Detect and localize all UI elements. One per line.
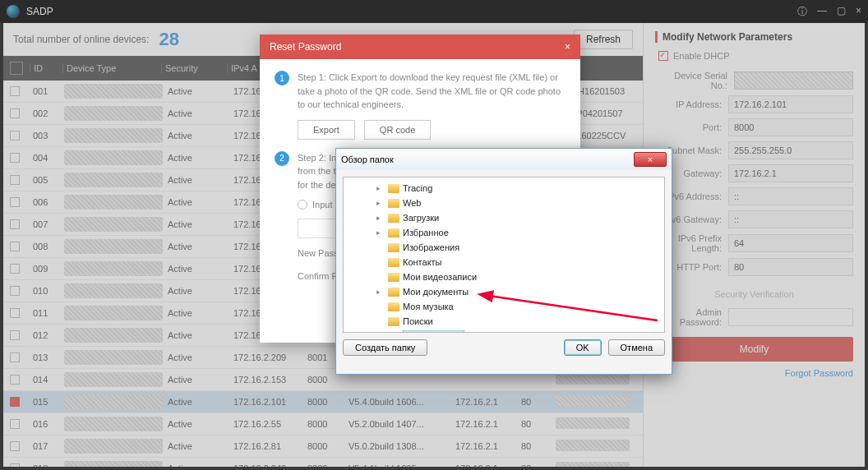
folder-tree-item[interactable]: ▸Загрузки	[344, 210, 664, 225]
row-checkbox[interactable]	[10, 264, 20, 274]
row-checkbox[interactable]	[10, 197, 20, 207]
modify-button[interactable]: Modify	[655, 337, 853, 362]
folder-icon	[388, 288, 399, 297]
side-panel: Modify Network Parameters Enable DHCP De…	[643, 23, 865, 467]
app-logo	[7, 5, 20, 18]
step2-badge: 2	[275, 151, 289, 166]
device-count-label: Total number of online devices:	[13, 34, 149, 45]
port-input[interactable]	[728, 118, 853, 136]
folder-icon	[388, 317, 399, 326]
step1-text: Step 1: Click Export to download the key…	[298, 71, 566, 112]
close-button[interactable]: ×	[856, 5, 861, 19]
row-checkbox[interactable]	[10, 352, 20, 362]
select-all-checkbox[interactable]	[10, 62, 23, 75]
folder-tree-item[interactable]: ▾Рабочий стол	[344, 329, 664, 333]
admin-password-input[interactable]	[728, 308, 853, 326]
gateway-input[interactable]	[728, 164, 853, 182]
app-title: SADP	[26, 6, 797, 17]
folder-tree-item[interactable]: Контакты	[344, 255, 664, 270]
maximize-button[interactable]: ▢	[837, 5, 846, 19]
row-checkbox[interactable]	[10, 108, 20, 118]
ipv6-addr-input[interactable]	[728, 187, 853, 205]
folder-tree[interactable]: ▸Tracing▸Web▸Загрузки▸ИзбранноеИзображен…	[343, 177, 665, 333]
row-checkbox[interactable]	[10, 219, 20, 229]
ipv6-prefix-input[interactable]	[728, 234, 853, 252]
checkbox-icon	[658, 51, 668, 61]
browse-close-button[interactable]: ×	[634, 152, 667, 167]
export-button[interactable]: Export	[298, 120, 355, 140]
folder-icon	[388, 332, 399, 334]
forgot-password-link[interactable]: Forgot Password	[655, 368, 853, 378]
folder-tree-item[interactable]: ▸Избранное	[344, 225, 664, 240]
reset-close-icon[interactable]: ×	[565, 41, 570, 53]
browse-cancel-button[interactable]: Отмена	[608, 339, 665, 356]
browse-title: Обзор папок	[341, 154, 394, 164]
folder-tree-item[interactable]: ▸Web	[344, 196, 664, 210]
col-security[interactable]: Security	[161, 63, 227, 73]
reset-dialog-title: Reset Password	[270, 41, 341, 53]
row-checkbox[interactable]	[10, 86, 20, 96]
folder-tree-item[interactable]: Изображения	[344, 240, 664, 255]
step1-badge: 1	[275, 71, 289, 85]
row-checkbox[interactable]	[10, 308, 20, 318]
side-title: Modify Network Parameters	[655, 31, 853, 43]
row-checkbox[interactable]	[10, 375, 20, 385]
table-row[interactable]: 017Active172.16.2.818000V5.0.2build 1308…	[3, 435, 643, 458]
folder-icon	[388, 228, 399, 237]
serial-display	[734, 71, 853, 90]
titlebar: SADP ⓘ — ▢ ×	[0, 0, 868, 23]
folder-icon	[388, 243, 399, 252]
info-icon[interactable]: ⓘ	[797, 5, 807, 19]
folder-tree-item[interactable]: ▸Мои документы	[344, 284, 664, 299]
mask-input[interactable]	[728, 141, 853, 159]
row-checkbox[interactable]	[10, 153, 20, 163]
row-checkbox[interactable]	[10, 131, 20, 141]
row-checkbox[interactable]	[10, 397, 20, 407]
folder-tree-item[interactable]: ▸Tracing	[344, 181, 664, 196]
row-checkbox[interactable]	[10, 175, 20, 185]
folder-icon	[388, 273, 399, 282]
browse-folder-dialog: Обзор папок × ▸Tracing▸Web▸Загрузки▸Избр…	[335, 148, 672, 375]
row-checkbox[interactable]	[10, 419, 20, 429]
create-folder-button[interactable]: Создать папку	[343, 339, 427, 356]
col-type[interactable]: Device Type	[62, 63, 161, 73]
row-checkbox[interactable]	[10, 441, 20, 451]
folder-icon	[388, 199, 399, 208]
folder-tree-item[interactable]: Мои видеозаписи	[344, 270, 664, 284]
folder-icon	[388, 302, 399, 311]
folder-icon	[388, 214, 399, 223]
enable-dhcp-checkbox[interactable]: Enable DHCP	[658, 51, 853, 61]
device-count-value: 28	[159, 29, 178, 50]
row-checkbox[interactable]	[10, 463, 20, 467]
table-row[interactable]: 018Active172.16.2.2428000V5.4.1build 160…	[3, 458, 643, 467]
qr-code-button[interactable]: QR code	[364, 120, 431, 140]
row-checkbox[interactable]	[10, 330, 20, 340]
folder-tree-item[interactable]: Поиски	[344, 314, 664, 329]
minimize-button[interactable]: —	[817, 5, 827, 19]
folder-icon	[388, 184, 399, 193]
refresh-button[interactable]: Refresh	[574, 30, 633, 49]
folder-tree-item[interactable]: Моя музыка	[344, 299, 664, 314]
table-row[interactable]: 016Active172.16.2.558000V5.2.0build 1407…	[3, 413, 643, 435]
row-checkbox[interactable]	[10, 242, 20, 251]
table-row[interactable]: 015Active172.16.2.1018000V5.4.0build 160…	[3, 391, 643, 413]
browse-ok-button[interactable]: OK	[564, 339, 602, 356]
row-checkbox[interactable]	[10, 286, 20, 296]
col-id[interactable]: ID	[30, 63, 62, 73]
security-verification-label: Security Verification	[655, 289, 853, 299]
ip-input[interactable]	[728, 95, 853, 113]
http-port-input[interactable]	[728, 258, 853, 276]
ipv6-gw-input[interactable]	[728, 210, 853, 228]
folder-icon	[388, 258, 399, 267]
